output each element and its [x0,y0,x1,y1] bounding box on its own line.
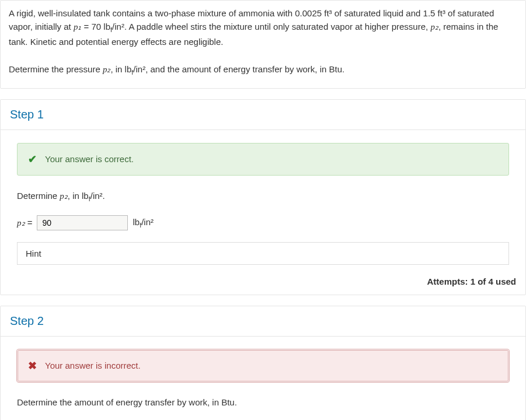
step1-var-label: p₂ = [17,218,32,228]
problem-q-a: Determine the pressure [9,64,103,74]
problem-q-b: , in lb [110,64,131,74]
step1-panel: Step 1 ✔ Your answer is correct. Determi… [0,99,526,295]
problem-q-var: p₂ [103,65,111,74]
step1-unit-a: lb [133,217,140,227]
step1-answer-input[interactable] [37,215,128,230]
problem-q-c: /in², and the amount of energy transfer … [133,64,344,74]
step1-prompt: Determine p₂, in lbf/in². [17,191,509,202]
problem-line1-c: /in². A paddle wheel stirs the mixture u… [112,22,430,32]
step1-body: ✔ Your answer is correct. Determine p₂, … [1,130,525,272]
step2-panel: Step 2 ✖ Your answer is incorrect. Deter… [0,306,526,420]
step1-unit-b: /in² [141,217,154,227]
step2-alert-incorrect: ✖ Your answer is incorrect. [17,349,509,382]
step1-prompt-b: , in lb [68,191,89,201]
step1-prompt-a: Determine [17,191,60,201]
problem-text: A rigid, well-insulated tank contains a … [1,1,525,88]
problem-line1-b: = 70 lb [81,22,110,32]
step2-header[interactable]: Step 2 [1,306,525,337]
step1-eq: = [25,218,33,228]
step1-hint-button[interactable]: Hint [17,242,509,265]
step1-alert-text: Your answer is correct. [45,154,134,164]
step1-var: p₂ [17,218,25,228]
step1-prompt-c: /in². [90,191,105,201]
problem-panel: A rigid, well-insulated tank contains a … [0,0,526,89]
problem-p1-var: p₁ [74,22,82,32]
step2-alert-text: Your answer is incorrect. [45,360,141,370]
step1-prompt-var: p₂ [60,191,68,201]
check-icon: ✔ [28,153,37,166]
step1-attempts: Attempts: 1 of 4 used [1,272,525,295]
step1-header[interactable]: Step 1 [1,100,525,130]
step1-unit: lbf/in² [133,217,154,229]
x-icon: ✖ [28,359,37,372]
step1-answer-row: p₂ = lbf/in² [17,215,509,230]
step1-alert-correct: ✔ Your answer is correct. [17,143,509,176]
step2-prompt: Determine the amount of energy transfer … [17,397,509,407]
problem-p2-var: p₂ [430,22,438,32]
step2-body: ✖ Your answer is incorrect. Determine th… [1,337,525,420]
